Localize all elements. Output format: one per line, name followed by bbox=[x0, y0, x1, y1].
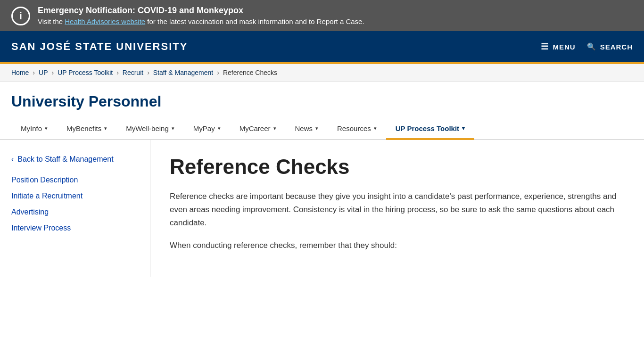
emergency-text: Emergency Notification: COVID-19 and Mon… bbox=[38, 6, 364, 25]
content-heading: Reference Checks bbox=[170, 155, 625, 179]
tab-resources-label: Resources bbox=[337, 124, 371, 132]
search-icon: 🔍 bbox=[587, 42, 596, 51]
chevron-down-icon: ▾ bbox=[172, 125, 174, 132]
breadcrumb-staff[interactable]: Staff & Management bbox=[153, 69, 213, 76]
sidebar-interview-process[interactable]: Interview Process bbox=[11, 221, 139, 235]
breadcrumb-up[interactable]: UP bbox=[39, 69, 48, 76]
emergency-banner: i Emergency Notification: COVID-19 and M… bbox=[0, 0, 644, 31]
sidebar-initiate-recruitment[interactable]: Initiate a Recruitment bbox=[11, 189, 139, 203]
menu-button[interactable]: ☰ MENU bbox=[541, 41, 575, 52]
sidebar-advertising[interactable]: Advertising bbox=[11, 205, 139, 219]
tab-mywellbeing[interactable]: MyWell-being ▾ bbox=[116, 118, 184, 140]
tab-myinfo[interactable]: MyInfo ▾ bbox=[11, 118, 57, 140]
breadcrumb-home[interactable]: Home bbox=[11, 69, 29, 76]
breadcrumb-current: Reference Checks bbox=[223, 69, 277, 76]
tab-mypay[interactable]: MyPay ▾ bbox=[184, 118, 230, 140]
chevron-down-icon: ▾ bbox=[462, 125, 465, 132]
search-label: SEARCH bbox=[600, 43, 633, 51]
page-title-section: University Personnel bbox=[0, 82, 644, 110]
site-header: SAN JOSÉ STATE UNIVERSITY ☰ MENU 🔍 SEARC… bbox=[0, 31, 644, 64]
tab-mybenefits[interactable]: MyBenefits ▾ bbox=[57, 118, 116, 140]
back-to-staff-link[interactable]: ‹ Back to Staff & Management bbox=[11, 155, 139, 164]
list-item: Interview Process bbox=[11, 221, 139, 235]
page-title: University Personnel bbox=[11, 93, 633, 110]
list-item: Initiate a Recruitment bbox=[11, 189, 139, 203]
tab-up-process-toolkit-label: UP Process Toolkit bbox=[396, 124, 459, 132]
hamburger-icon: ☰ bbox=[541, 41, 549, 52]
info-icon: i bbox=[11, 7, 30, 25]
breadcrumb-sep-3: › bbox=[116, 69, 119, 76]
breadcrumb-toolkit[interactable]: UP Process Toolkit bbox=[58, 69, 113, 76]
tab-myinfo-label: MyInfo bbox=[21, 124, 42, 132]
tab-mycareer-label: MyCareer bbox=[239, 124, 271, 132]
list-item: Advertising bbox=[11, 205, 139, 219]
chevron-down-icon: ▾ bbox=[273, 125, 276, 132]
breadcrumb-sep-5: › bbox=[217, 69, 219, 76]
tab-mywellbeing-label: MyWell-being bbox=[126, 124, 169, 132]
emergency-title: Emergency Notification: COVID-19 and Mon… bbox=[38, 6, 364, 16]
breadcrumb-sep-1: › bbox=[33, 69, 35, 76]
tab-up-process-toolkit[interactable]: UP Process Toolkit ▾ bbox=[386, 118, 474, 140]
content-paragraph-1: Reference checks are important because t… bbox=[170, 190, 625, 230]
breadcrumb: Home › UP › UP Process Toolkit › Recruit… bbox=[0, 64, 644, 82]
list-item: Position Description bbox=[11, 173, 139, 187]
tab-mycareer[interactable]: MyCareer ▾ bbox=[230, 118, 286, 140]
main-layout: ‹ Back to Staff & Management Position De… bbox=[0, 140, 644, 277]
content-paragraph-2: When conducting reference checks, rememb… bbox=[170, 239, 625, 252]
chevron-left-icon: ‹ bbox=[11, 155, 14, 164]
tab-mypay-label: MyPay bbox=[193, 124, 215, 132]
emergency-body: Visit the Health Advisories website for … bbox=[38, 17, 364, 25]
tab-news-label: News bbox=[295, 124, 313, 132]
back-label: Back to Staff & Management bbox=[17, 155, 113, 164]
nav-tabs: MyInfo ▾ MyBenefits ▾ MyWell-being ▾ MyP… bbox=[0, 118, 644, 140]
content-area: Reference Checks Reference checks are im… bbox=[151, 140, 644, 277]
header-controls: ☰ MENU 🔍 SEARCH bbox=[541, 41, 633, 52]
sidebar: ‹ Back to Staff & Management Position De… bbox=[0, 140, 151, 277]
health-advisories-link[interactable]: Health Advisories website bbox=[65, 17, 145, 25]
site-title: SAN JOSÉ STATE UNIVERSITY bbox=[11, 41, 188, 53]
tab-resources[interactable]: Resources ▾ bbox=[328, 118, 386, 140]
search-button[interactable]: 🔍 SEARCH bbox=[587, 42, 633, 51]
chevron-down-icon: ▾ bbox=[218, 125, 221, 132]
sidebar-nav: Position Description Initiate a Recruitm… bbox=[11, 173, 139, 235]
menu-label: MENU bbox=[553, 43, 575, 51]
chevron-down-icon: ▾ bbox=[315, 125, 318, 132]
breadcrumb-sep-4: › bbox=[147, 69, 149, 76]
chevron-down-icon: ▾ bbox=[104, 125, 107, 132]
breadcrumb-recruit[interactable]: Recruit bbox=[123, 69, 143, 76]
breadcrumb-sep-2: › bbox=[51, 69, 54, 76]
sidebar-position-description[interactable]: Position Description bbox=[11, 173, 139, 187]
chevron-down-icon: ▾ bbox=[374, 125, 377, 132]
chevron-down-icon: ▾ bbox=[45, 125, 48, 132]
tab-news[interactable]: News ▾ bbox=[286, 118, 328, 140]
tab-mybenefits-label: MyBenefits bbox=[66, 124, 101, 132]
